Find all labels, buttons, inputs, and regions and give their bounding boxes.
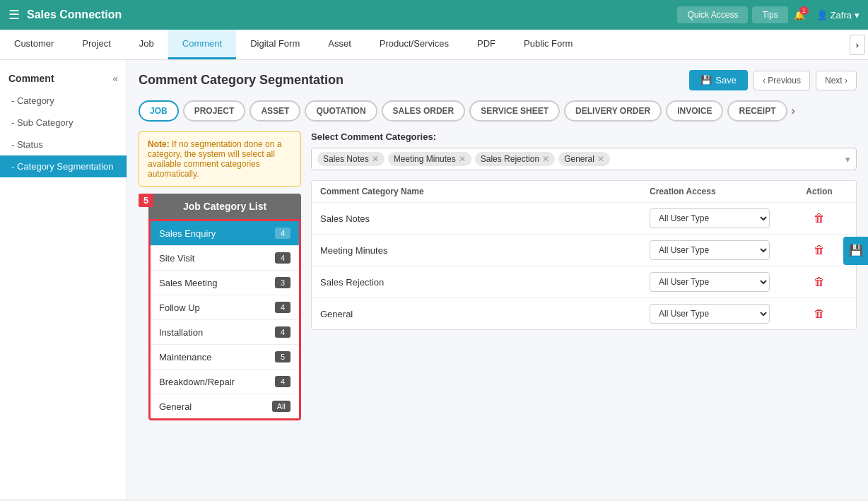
brand-title: Sales Connection xyxy=(27,8,673,21)
category-badge: 4 xyxy=(275,326,291,338)
tab-digital-form[interactable]: Digital Form xyxy=(236,30,314,59)
row-access: All User Type xyxy=(650,272,791,292)
delete-button[interactable]: 🗑 xyxy=(814,276,825,288)
tab-comment[interactable]: Comment xyxy=(168,30,236,59)
user-info[interactable]: 👤 Zafra ▾ xyxy=(816,10,860,20)
category-label: Site Visit xyxy=(159,253,194,264)
select-comment-label: Select Comment Categories: xyxy=(311,131,857,142)
seg-tab-asset[interactable]: ASSET xyxy=(250,100,300,122)
row-access: All User Type xyxy=(650,304,791,324)
sidebar: Comment « - Category - Sub Category - St… xyxy=(0,60,127,499)
category-label: Sales Meeting xyxy=(159,278,217,288)
category-list-header: Job Category List xyxy=(148,194,301,219)
save-button[interactable]: 💾 Save xyxy=(689,70,748,90)
note-box: Note: If no segmentation done on a categ… xyxy=(139,131,301,187)
table-row: Sales Rejection All User Type 🗑 xyxy=(312,266,856,298)
row-name: General xyxy=(320,309,650,319)
category-item-installation[interactable]: Installation 4 xyxy=(151,320,299,345)
seg-tab-quotation[interactable]: QUOTATION xyxy=(305,100,377,122)
tab-pdf[interactable]: PDF xyxy=(463,30,510,59)
side-save-floating-button[interactable]: 💾 xyxy=(843,237,868,265)
remove-tag-icon[interactable]: ✕ xyxy=(542,154,549,164)
tab-customer[interactable]: Customer xyxy=(0,30,68,59)
quick-access-button[interactable]: Quick Access xyxy=(677,6,748,23)
tag-label: Meeting Minutes xyxy=(394,154,456,164)
category-item-site-visit[interactable]: Site Visit 4 xyxy=(151,246,299,271)
tab-asset[interactable]: Asset xyxy=(314,30,365,59)
category-item-breakdown-repair[interactable]: Breakdown/Repair 4 xyxy=(151,370,299,394)
user-icon: 👤 xyxy=(816,10,828,20)
tag-sales-rejection[interactable]: Sales Rejection ✕ xyxy=(475,152,555,166)
row-access: All User Type xyxy=(650,208,791,228)
comment-table: Comment Category Name Creation Access Ac… xyxy=(311,180,857,330)
access-select[interactable]: All User Type xyxy=(650,240,770,260)
category-badge: All xyxy=(272,401,291,412)
category-badge: 4 xyxy=(275,228,291,239)
side-save-icon: 💾 xyxy=(850,244,862,258)
tag-general[interactable]: General ✕ xyxy=(558,152,610,166)
inner-content: Note: If no segmentation done on a categ… xyxy=(139,131,857,420)
header-actions: 💾 Save ‹ Previous Next › xyxy=(689,70,857,90)
sidebar-collapse-icon[interactable]: « xyxy=(112,73,118,84)
segment-tabs-more-icon[interactable]: › xyxy=(792,105,795,117)
tips-button[interactable]: Tips xyxy=(752,6,787,23)
delete-button[interactable]: 🗑 xyxy=(814,244,825,257)
next-button[interactable]: Next › xyxy=(816,71,857,90)
seg-tab-delivery-order[interactable]: DELIVERY ORDER xyxy=(564,100,662,122)
notification-bell[interactable]: 🔔 1 xyxy=(794,10,805,20)
category-item-follow-up[interactable]: Follow Up 4 xyxy=(151,295,299,320)
seg-tab-receipt[interactable]: RECEIPT xyxy=(727,100,787,122)
category-list: Sales Enquiry 4 Site Visit 4 Sales Meeti… xyxy=(148,219,301,420)
content-area: Comment Category Segmentation 💾 Save ‹ P… xyxy=(127,60,868,499)
remove-tag-icon[interactable]: ✕ xyxy=(459,154,466,164)
category-list-wrapper: 5 Job Category List Sales Enquiry 4 Site… xyxy=(148,194,301,420)
sidebar-item-sub-category[interactable]: - Sub Category xyxy=(0,112,127,134)
delete-button[interactable]: 🗑 xyxy=(814,307,825,320)
access-select[interactable]: All User Type xyxy=(650,208,770,228)
main-layout: Comment « - Category - Sub Category - St… xyxy=(0,60,868,499)
row-action: 🗑 xyxy=(791,307,848,320)
seg-tab-project[interactable]: PROJECT xyxy=(183,100,246,122)
table-row: Meeting Minutes All User Type 🗑 xyxy=(312,235,856,266)
previous-button[interactable]: ‹ Previous xyxy=(753,71,810,90)
remove-tag-icon[interactable]: ✕ xyxy=(597,154,604,164)
category-label: Breakdown/Repair xyxy=(159,377,235,387)
category-item-sales-enquiry[interactable]: Sales Enquiry 4 xyxy=(151,221,299,246)
sidebar-item-status[interactable]: - Status xyxy=(0,134,127,155)
chevron-down-icon: ▾ xyxy=(855,10,860,20)
tag-meeting-minutes[interactable]: Meeting Minutes ✕ xyxy=(388,152,471,166)
seg-tab-job[interactable]: JOB xyxy=(139,100,179,122)
tab-job[interactable]: Job xyxy=(125,30,168,59)
row-name: Meeting Minutes xyxy=(320,245,650,256)
tab-public-form[interactable]: Public Form xyxy=(510,30,587,59)
table-row: General All User Type 🗑 xyxy=(312,298,856,329)
row-action: 🗑 xyxy=(791,244,848,257)
seg-tab-sales-order[interactable]: SALES ORDER xyxy=(382,100,466,122)
tag-label: General xyxy=(564,154,594,164)
row-name: Sales Notes xyxy=(320,213,650,224)
seg-tab-service-sheet[interactable]: SERVICE SHEET xyxy=(469,100,560,122)
tab-scroll-right[interactable]: › xyxy=(850,35,865,55)
tab-bar: Customer Project Job Comment Digital For… xyxy=(0,30,868,60)
remove-tag-icon[interactable]: ✕ xyxy=(372,154,379,164)
seg-tab-invoice[interactable]: INVOICE xyxy=(666,100,723,122)
chevron-left-icon: ‹ xyxy=(763,76,766,86)
sidebar-item-category[interactable]: - Category xyxy=(0,90,127,112)
category-item-sales-meeting[interactable]: Sales Meeting 3 xyxy=(151,271,299,295)
tag-select[interactable]: Sales Notes ✕ Meeting Minutes ✕ Sales Re… xyxy=(311,148,857,170)
category-item-maintenance[interactable]: Maintenance 5 xyxy=(151,345,299,370)
tag-sales-notes[interactable]: Sales Notes ✕ xyxy=(317,152,385,166)
access-select[interactable]: All User Type xyxy=(650,304,770,324)
category-item-general[interactable]: General All xyxy=(151,394,299,418)
table-header: Comment Category Name Creation Access Ac… xyxy=(312,181,856,203)
access-select[interactable]: All User Type xyxy=(650,272,770,292)
category-label: Installation xyxy=(159,327,203,338)
note-label: Note: xyxy=(148,139,170,149)
delete-button[interactable]: 🗑 xyxy=(814,212,825,225)
menu-icon[interactable]: ☰ xyxy=(8,7,20,23)
sidebar-item-category-segmentation[interactable]: - Category Segmentation xyxy=(0,155,127,177)
sidebar-title: Comment xyxy=(8,73,54,84)
username: Zafra xyxy=(831,10,852,20)
tab-product-services[interactable]: Product/Services xyxy=(365,30,463,59)
tab-project[interactable]: Project xyxy=(68,30,124,59)
